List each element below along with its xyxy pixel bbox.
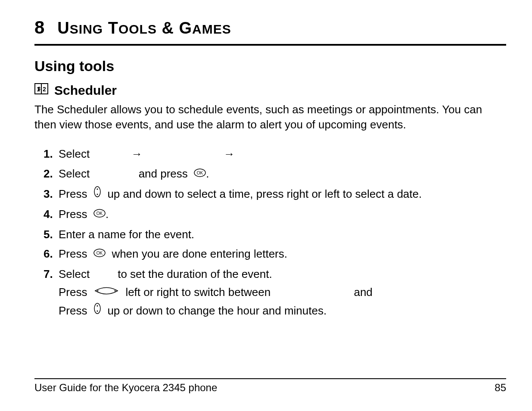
svg-point-9	[94, 187, 100, 197]
step-text: and press	[139, 167, 188, 180]
chapter-title-frag: AMES	[192, 22, 231, 36]
document-page: 8 USING TOOLS & GAMES Using tools 1 2 Sc…	[0, 0, 532, 411]
svg-point-18	[94, 303, 100, 314]
step-text: and	[354, 286, 372, 299]
svg-text:1: 1	[37, 86, 40, 93]
chapter-title-frag: U	[57, 19, 69, 37]
step-3: Press up and down to select a time, pres…	[56, 185, 506, 204]
calendar-icon: 1 2	[34, 83, 48, 96]
page-number: 85	[495, 382, 506, 394]
step-text: Press	[59, 208, 87, 221]
page-footer: User Guide for the Kyocera 2345 phone 85	[34, 378, 506, 394]
step-5: Enter a name for the event.	[56, 226, 506, 244]
svg-text:2: 2	[43, 86, 46, 93]
svg-point-11	[96, 194, 98, 195]
step-text: left or right to switch between	[125, 286, 271, 299]
scheduler-description: The Scheduler allows you to schedule eve…	[34, 102, 506, 132]
step-7-sub1: Press left or right to switch between an…	[59, 283, 506, 302]
chapter-number: 8	[34, 17, 44, 38]
ok-button-icon: OK	[93, 205, 106, 223]
step-text: Enter a name for the event.	[59, 228, 194, 241]
chapter-title-frag: T	[103, 19, 118, 37]
subsection-heading: 1 2 Scheduler	[34, 83, 506, 98]
chapter-title-frag: & G	[157, 19, 192, 37]
subsection-title: Scheduler	[54, 83, 117, 98]
step-text: Select	[59, 268, 90, 280]
step-2: Select and press OK .	[56, 165, 506, 184]
step-4: Press OK .	[56, 206, 506, 224]
step-text: Press	[59, 286, 87, 299]
svg-point-16	[97, 290, 98, 291]
step-text: up and down to select a time, press righ…	[107, 187, 422, 200]
step-7-sub2: Press up or down to change the hour and …	[59, 302, 506, 321]
chapter-title-frag: SING	[70, 22, 103, 36]
step-text: .	[206, 167, 209, 180]
svg-text:OK: OK	[96, 211, 103, 216]
steps-list: Select → → Select and press OK . Press	[34, 145, 506, 320]
ok-button-icon: OK	[93, 245, 106, 263]
svg-point-17	[114, 290, 115, 291]
step-text: .	[106, 208, 109, 221]
svg-point-10	[96, 189, 98, 190]
step-7: Select to set the duration of the event.…	[56, 265, 506, 320]
nav-updown-icon	[93, 185, 101, 203]
svg-text:OK: OK	[197, 171, 203, 175]
ok-button-icon: OK	[194, 165, 206, 183]
step-text: Select	[59, 147, 90, 160]
nav-updown-icon	[93, 302, 101, 320]
svg-point-19	[96, 305, 98, 306]
svg-text:OK: OK	[96, 251, 103, 255]
nav-leftright-icon	[93, 283, 119, 301]
chapter-rule	[34, 44, 506, 46]
footer-left: User Guide for the Kyocera 2345 phone	[34, 382, 217, 394]
arrow-icon: →	[126, 147, 148, 160]
step-1: Select → →	[56, 145, 506, 163]
step-6: Press OK when you are done entering lett…	[56, 245, 506, 264]
section-heading: Using tools	[34, 58, 506, 75]
svg-point-20	[96, 310, 98, 311]
footer-rule	[34, 378, 506, 379]
step-text: Select	[59, 167, 90, 180]
chapter-title-frag: OOLS	[118, 22, 157, 36]
chapter-title: USING TOOLS & GAMES	[57, 19, 231, 37]
step-text: to set the duration of the event.	[118, 268, 272, 280]
step-text: up or down to change the hour and minute…	[107, 304, 327, 317]
step-text: Press	[59, 247, 87, 260]
step-text: Press	[59, 187, 87, 200]
step-text: when you are done entering letters.	[112, 247, 287, 260]
chapter-heading: 8 USING TOOLS & GAMES	[34, 17, 506, 38]
step-text: Press	[59, 304, 87, 317]
arrow-icon: →	[218, 147, 240, 160]
